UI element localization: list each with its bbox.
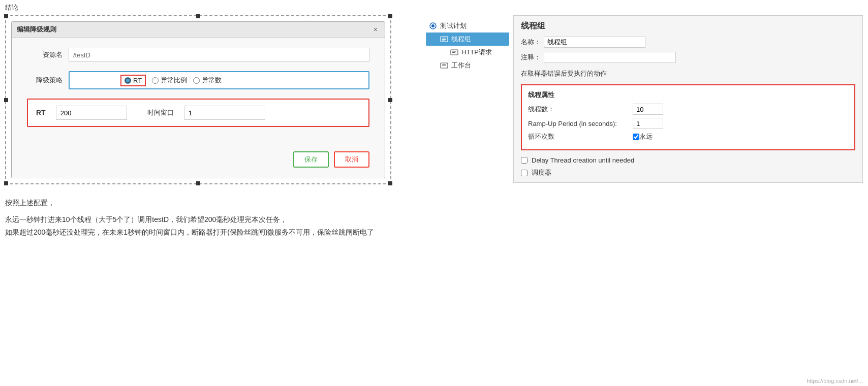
dialog-title: 编辑降级规则 xyxy=(17,25,56,34)
page-top-label: 结论 xyxy=(0,0,868,15)
props-comment-row: 注释： xyxy=(521,52,855,63)
ramp-up-label: Ramp-Up Period (in seconds): xyxy=(528,120,630,127)
ramp-up-row: Ramp-Up Period (in seconds): xyxy=(528,118,848,129)
props-name-label: 名称： xyxy=(521,38,541,47)
anomaly-ratio-input[interactable] xyxy=(152,77,159,84)
props-comment-input[interactable] xyxy=(544,52,676,63)
delay-thread-label: Delay Thread creation until needed xyxy=(532,156,634,164)
resource-name-label: 资源名 xyxy=(27,50,63,59)
bottom-text: 按照上述配置， 永远一秒钟打进来10个线程（大于5个了）调用testD，我们希望… xyxy=(5,192,412,243)
dialog-outer-container: 编辑降级规则 × 资源名 降级策略 xyxy=(5,15,391,184)
tree-item-test-plan[interactable]: 测试计划 xyxy=(426,19,509,33)
tree-item-thread-group[interactable]: 线程组 xyxy=(426,33,509,46)
forever-checkbox[interactable] xyxy=(633,134,639,140)
workspace-icon xyxy=(440,61,448,70)
rt-radio-label: RT xyxy=(133,77,142,84)
strategy-inner: RT 异常比例 异常数 xyxy=(74,75,222,86)
thread-props-title: 线程属性 xyxy=(528,90,848,100)
delay-thread-row: Delay Thread creation until needed xyxy=(521,156,855,164)
resize-handle-bl[interactable] xyxy=(4,181,8,185)
properties-panel: 线程组 名称： 注释： 在取样器错误后要执行的动作 线程属性 线程数： xyxy=(513,15,863,183)
time-window-field xyxy=(184,106,265,120)
dialog-window: 编辑降级规则 × 资源名 降级策略 xyxy=(11,21,385,178)
thread-group-label: 线程组 xyxy=(451,35,471,44)
dialog-body: 资源名 降级策略 xyxy=(12,38,385,146)
bottom-line3: 如果超过200毫秒还没处理完，在未来1秒钟的时间窗口内，断路器打开(保险丝跳闸)… xyxy=(5,226,412,239)
workspace-label: 工作台 xyxy=(451,61,471,70)
resize-handle-bm[interactable] xyxy=(196,181,200,185)
scheduler-label: 调度器 xyxy=(532,168,551,177)
dialog-close-button[interactable]: × xyxy=(371,25,380,34)
thread-count-input[interactable] xyxy=(633,104,663,115)
bottom-line1: 按照上述配置， xyxy=(5,197,412,209)
thread-count-label: 线程数： xyxy=(528,105,630,114)
time-window-label: 时间窗口 xyxy=(147,108,174,117)
right-section: 测试计划 线程组 xyxy=(422,15,863,183)
cancel-button[interactable]: 取消 xyxy=(334,151,369,168)
props-name-input[interactable] xyxy=(544,37,645,48)
anomaly-count-radio[interactable]: 异常数 xyxy=(193,76,222,85)
resource-name-row: 资源名 xyxy=(27,48,369,62)
strategy-label: 降级策略 xyxy=(27,76,63,85)
props-action-label: 在取样器错误后要执行的动作 xyxy=(521,67,855,80)
tree-item-http-request[interactable]: HTTP请求 xyxy=(426,46,509,59)
ramp-up-input[interactable] xyxy=(633,118,663,129)
tree-item-workspace[interactable]: 工作台 xyxy=(426,59,509,72)
props-name-row: 名称： xyxy=(521,37,855,48)
resize-handle-br[interactable] xyxy=(388,181,392,185)
dialog-footer: 保存 取消 xyxy=(12,146,385,178)
loop-count-label: 循环次数 xyxy=(528,132,630,141)
resize-handle-ml[interactable] xyxy=(4,98,8,102)
bottom-line2: 永远一秒钟打进来10个线程（大于5个了）调用testD，我们希望200毫秒处理完… xyxy=(5,213,412,226)
resource-name-input[interactable] xyxy=(69,48,369,62)
rt-radio-input[interactable] xyxy=(125,77,131,84)
strategy-box: RT 异常比例 异常数 xyxy=(69,71,369,89)
http-request-icon xyxy=(450,48,458,56)
scheduler-row: 调度器 xyxy=(521,168,855,177)
resize-handle-mr[interactable] xyxy=(388,98,392,102)
loop-count-row: 循环次数 永远 xyxy=(528,132,848,141)
forever-label: 永远 xyxy=(639,132,653,141)
rt-time-section: RT 时间窗口 xyxy=(27,99,369,127)
tree-panel: 测试计划 线程组 xyxy=(422,15,513,76)
rt-section-label: RT xyxy=(36,109,46,117)
strategy-row: 降级策略 RT xyxy=(27,71,369,89)
scheduler-checkbox[interactable] xyxy=(521,170,528,176)
thread-count-row: 线程数： xyxy=(528,104,848,115)
anomaly-count-input[interactable] xyxy=(193,77,200,84)
props-title: 线程组 xyxy=(521,21,855,31)
test-plan-label: 测试计划 xyxy=(440,21,467,30)
thread-props-box: 线程属性 线程数： Ramp-Up Period (in seconds): 循… xyxy=(521,84,855,150)
dialog-titlebar: 编辑降级规则 × xyxy=(12,22,385,38)
http-request-label: HTTP请求 xyxy=(461,48,492,57)
resize-handle-tm[interactable] xyxy=(196,14,200,18)
save-button[interactable]: 保存 xyxy=(293,151,329,168)
resize-handle-tr[interactable] xyxy=(388,14,392,18)
thread-group-icon xyxy=(440,35,448,43)
svg-point-1 xyxy=(431,24,435,27)
watermark: https://blog.csdn.net/... xyxy=(807,378,863,384)
rt-radio-selected[interactable]: RT xyxy=(120,75,146,86)
rt-value-input[interactable] xyxy=(56,106,127,120)
props-comment-label: 注释： xyxy=(521,53,541,62)
test-plan-icon xyxy=(429,22,437,30)
anomaly-count-label: 异常数 xyxy=(202,76,222,85)
delay-thread-checkbox[interactable] xyxy=(521,157,528,164)
anomaly-ratio-label: 异常比例 xyxy=(161,76,187,85)
resize-handle-tl[interactable] xyxy=(4,14,8,18)
time-window-input[interactable] xyxy=(184,106,265,120)
anomaly-ratio-radio[interactable]: 异常比例 xyxy=(152,76,187,85)
left-section: 编辑降级规则 × 资源名 降级策略 xyxy=(5,15,412,243)
rt-field xyxy=(56,106,127,120)
